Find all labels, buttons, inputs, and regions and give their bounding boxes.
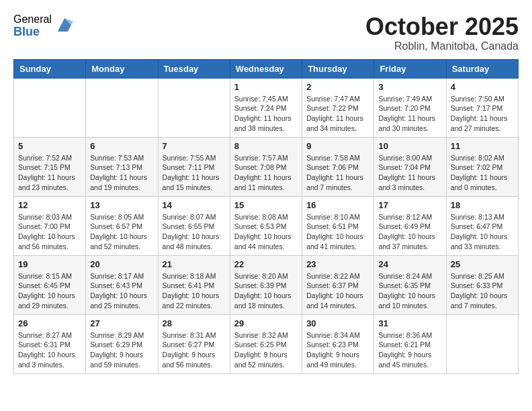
day-info: Sunrise: 8:24 AMSunset: 6:35 PMDaylight:… <box>378 271 441 311</box>
day-number: 2 <box>306 82 369 92</box>
day-of-week-header: Sunday <box>14 59 86 78</box>
calendar-cell: 14Sunrise: 8:07 AMSunset: 6:55 PMDayligh… <box>158 196 230 255</box>
day-info: Sunrise: 8:36 AMSunset: 6:21 PMDaylight:… <box>378 330 441 370</box>
day-info: Sunrise: 7:53 AMSunset: 7:13 PMDaylight:… <box>90 153 153 193</box>
day-info: Sunrise: 8:27 AMSunset: 6:31 PMDaylight:… <box>18 330 81 370</box>
calendar-cell: 19Sunrise: 8:15 AMSunset: 6:45 PMDayligh… <box>14 255 86 314</box>
day-info: Sunrise: 8:20 AMSunset: 6:39 PMDaylight:… <box>234 271 298 311</box>
logo-icon <box>54 15 75 35</box>
day-number: 4 <box>451 82 514 92</box>
day-info: Sunrise: 8:08 AMSunset: 6:53 PMDaylight:… <box>234 212 298 252</box>
calendar-week-row: 1Sunrise: 7:45 AMSunset: 7:24 PMDaylight… <box>14 78 519 137</box>
day-info: Sunrise: 8:22 AMSunset: 6:37 PMDaylight:… <box>306 271 369 311</box>
day-number: 19 <box>18 259 81 269</box>
day-number: 18 <box>451 200 514 210</box>
day-number: 21 <box>163 259 226 269</box>
calendar-week-row: 26Sunrise: 8:27 AMSunset: 6:31 PMDayligh… <box>14 314 519 373</box>
day-info: Sunrise: 7:49 AMSunset: 7:20 PMDaylight:… <box>378 94 441 134</box>
day-number: 22 <box>234 259 298 269</box>
day-of-week-header: Saturday <box>446 59 518 78</box>
day-number: 28 <box>163 318 226 328</box>
day-number: 29 <box>234 318 298 328</box>
location: Roblin, Manitoba, Canada <box>365 40 519 52</box>
logo-blue: Blue <box>13 26 52 39</box>
day-info: Sunrise: 8:12 AMSunset: 6:49 PMDaylight:… <box>378 212 441 252</box>
calendar-week-row: 19Sunrise: 8:15 AMSunset: 6:45 PMDayligh… <box>14 255 519 314</box>
calendar-cell: 20Sunrise: 8:17 AMSunset: 6:43 PMDayligh… <box>86 255 158 314</box>
title-block: October 2025 Roblin, Manitoba, Canada <box>365 13 519 52</box>
day-info: Sunrise: 7:55 AMSunset: 7:11 PMDaylight:… <box>163 153 226 193</box>
day-number: 14 <box>163 200 226 210</box>
calendar-cell: 1Sunrise: 7:45 AMSunset: 7:24 PMDaylight… <box>230 78 302 137</box>
calendar-cell: 3Sunrise: 7:49 AMSunset: 7:20 PMDaylight… <box>374 78 446 137</box>
calendar-cell <box>446 314 518 373</box>
month-title: October 2025 <box>365 13 519 40</box>
day-info: Sunrise: 8:05 AMSunset: 6:57 PMDaylight:… <box>90 212 153 252</box>
day-of-week-header: Monday <box>86 59 158 78</box>
calendar-cell: 31Sunrise: 8:36 AMSunset: 6:21 PMDayligh… <box>374 314 446 373</box>
day-info: Sunrise: 7:50 AMSunset: 7:17 PMDaylight:… <box>451 94 514 134</box>
calendar-cell: 30Sunrise: 8:34 AMSunset: 6:23 PMDayligh… <box>302 314 374 373</box>
day-number: 5 <box>18 141 81 151</box>
day-info: Sunrise: 8:18 AMSunset: 6:41 PMDaylight:… <box>163 271 226 311</box>
day-number: 9 <box>306 141 369 151</box>
day-info: Sunrise: 7:45 AMSunset: 7:24 PMDaylight:… <box>234 94 298 134</box>
day-info: Sunrise: 7:58 AMSunset: 7:06 PMDaylight:… <box>306 153 369 193</box>
calendar-cell: 15Sunrise: 8:08 AMSunset: 6:53 PMDayligh… <box>230 196 302 255</box>
calendar-cell: 28Sunrise: 8:31 AMSunset: 6:27 PMDayligh… <box>158 314 230 373</box>
calendar-cell: 6Sunrise: 7:53 AMSunset: 7:13 PMDaylight… <box>86 137 158 196</box>
calendar-cell: 29Sunrise: 8:32 AMSunset: 6:25 PMDayligh… <box>230 314 302 373</box>
calendar-cell: 7Sunrise: 7:55 AMSunset: 7:11 PMDaylight… <box>158 137 230 196</box>
day-number: 8 <box>234 141 298 151</box>
day-info: Sunrise: 7:47 AMSunset: 7:22 PMDaylight:… <box>306 94 369 134</box>
calendar-cell: 18Sunrise: 8:13 AMSunset: 6:47 PMDayligh… <box>446 196 518 255</box>
day-number: 3 <box>378 82 441 92</box>
day-number: 27 <box>90 318 153 328</box>
calendar-cell: 13Sunrise: 8:05 AMSunset: 6:57 PMDayligh… <box>86 196 158 255</box>
day-info: Sunrise: 8:13 AMSunset: 6:47 PMDaylight:… <box>451 212 514 252</box>
calendar-week-row: 5Sunrise: 7:52 AMSunset: 7:15 PMDaylight… <box>14 137 519 196</box>
day-info: Sunrise: 8:25 AMSunset: 6:33 PMDaylight:… <box>451 271 514 311</box>
day-info: Sunrise: 8:10 AMSunset: 6:51 PMDaylight:… <box>306 212 369 252</box>
day-number: 15 <box>234 200 298 210</box>
day-info: Sunrise: 8:02 AMSunset: 7:02 PMDaylight:… <box>451 153 514 193</box>
calendar-cell: 9Sunrise: 7:58 AMSunset: 7:06 PMDaylight… <box>302 137 374 196</box>
day-info: Sunrise: 8:34 AMSunset: 6:23 PMDaylight:… <box>306 330 369 370</box>
calendar-table: SundayMondayTuesdayWednesdayThursdayFrid… <box>13 59 519 374</box>
day-number: 31 <box>378 318 441 328</box>
day-number: 11 <box>451 141 514 151</box>
day-number: 30 <box>306 318 369 328</box>
calendar-cell: 25Sunrise: 8:25 AMSunset: 6:33 PMDayligh… <box>446 255 518 314</box>
calendar-cell: 27Sunrise: 8:29 AMSunset: 6:29 PMDayligh… <box>86 314 158 373</box>
calendar-cell <box>158 78 230 137</box>
calendar-cell <box>86 78 158 137</box>
day-number: 7 <box>163 141 226 151</box>
day-number: 23 <box>306 259 369 269</box>
day-number: 17 <box>378 200 441 210</box>
calendar-cell: 26Sunrise: 8:27 AMSunset: 6:31 PMDayligh… <box>14 314 86 373</box>
calendar-cell: 22Sunrise: 8:20 AMSunset: 6:39 PMDayligh… <box>230 255 302 314</box>
day-info: Sunrise: 8:15 AMSunset: 6:45 PMDaylight:… <box>18 271 81 311</box>
day-number: 12 <box>18 200 81 210</box>
day-number: 6 <box>90 141 153 151</box>
day-number: 26 <box>18 318 81 328</box>
day-number: 16 <box>306 200 369 210</box>
calendar-cell: 10Sunrise: 8:00 AMSunset: 7:04 PMDayligh… <box>374 137 446 196</box>
day-info: Sunrise: 8:00 AMSunset: 7:04 PMDaylight:… <box>378 153 441 193</box>
day-info: Sunrise: 7:57 AMSunset: 7:08 PMDaylight:… <box>234 153 298 193</box>
day-info: Sunrise: 8:29 AMSunset: 6:29 PMDaylight:… <box>90 330 153 370</box>
day-info: Sunrise: 8:31 AMSunset: 6:27 PMDaylight:… <box>163 330 226 370</box>
day-number: 10 <box>378 141 441 151</box>
day-of-week-header: Friday <box>374 59 446 78</box>
day-of-week-header: Thursday <box>302 59 374 78</box>
calendar-cell: 12Sunrise: 8:03 AMSunset: 7:00 PMDayligh… <box>14 196 86 255</box>
calendar-header-row: SundayMondayTuesdayWednesdayThursdayFrid… <box>14 59 519 78</box>
calendar-cell: 8Sunrise: 7:57 AMSunset: 7:08 PMDaylight… <box>230 137 302 196</box>
day-number: 25 <box>451 259 514 269</box>
logo: General Blue <box>13 13 75 38</box>
calendar-cell: 4Sunrise: 7:50 AMSunset: 7:17 PMDaylight… <box>446 78 518 137</box>
calendar-cell: 17Sunrise: 8:12 AMSunset: 6:49 PMDayligh… <box>374 196 446 255</box>
calendar-cell: 24Sunrise: 8:24 AMSunset: 6:35 PMDayligh… <box>374 255 446 314</box>
day-of-week-header: Wednesday <box>230 59 302 78</box>
calendar-cell: 5Sunrise: 7:52 AMSunset: 7:15 PMDaylight… <box>14 137 86 196</box>
